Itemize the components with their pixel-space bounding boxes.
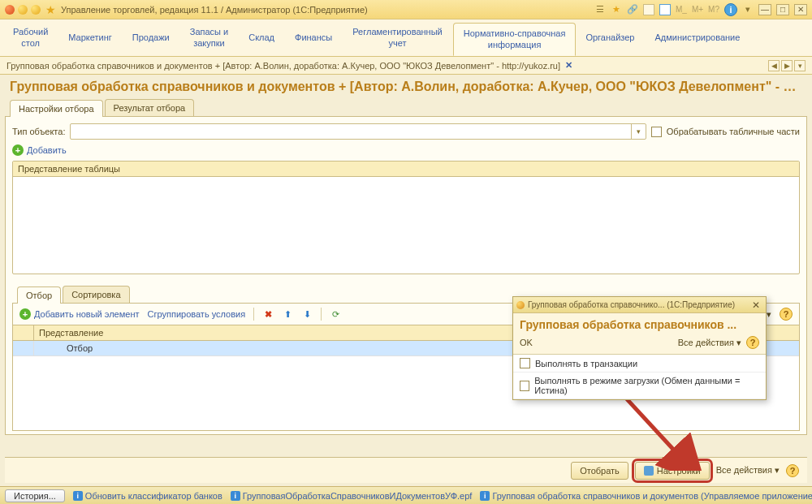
m-plus[interactable]: M+: [692, 5, 703, 14]
nav-reference[interactable]: Нормативно-справочная информация: [453, 23, 577, 56]
upper-tabstrip: Настройки отбора Результат отбора: [5, 99, 807, 117]
type-label: Тип объекта:: [12, 127, 65, 136]
add-button[interactable]: + Добавить: [12, 144, 67, 156]
nav-admin[interactable]: Администрирование: [645, 19, 750, 56]
nav-organizer[interactable]: Органайзер: [576, 19, 645, 56]
move-up-icon[interactable]: ⬆: [282, 308, 293, 320]
tables-list-header: Представление таблицы: [13, 162, 799, 177]
minimize-button[interactable]: —: [758, 4, 771, 15]
tool-icon-1[interactable]: ☰: [594, 4, 606, 15]
maximize-button[interactable]: □: [776, 4, 789, 15]
dropdown-icon[interactable]: ▾: [742, 4, 754, 15]
group-conditions-button[interactable]: Сгруппировать условия: [148, 309, 246, 319]
info-icon[interactable]: i: [724, 3, 737, 16]
favorite-icon[interactable]: ★: [45, 3, 56, 16]
window-titlebar: ★ Управление торговлей, редакция 11.1 / …: [0, 0, 812, 19]
process-tables-checkbox[interactable]: [651, 127, 662, 137]
tab-filter-settings[interactable]: Настройки отбора: [10, 100, 103, 117]
nav-warehouse[interactable]: Склад: [239, 19, 285, 56]
separator: [321, 308, 322, 321]
m-q[interactable]: M?: [708, 5, 719, 14]
nav-desktop[interactable]: Рабочий стол: [3, 19, 58, 56]
loadmode-label: Выполнять в режиме загрузки (Обмен данны…: [534, 376, 759, 395]
refresh-icon[interactable]: ⟳: [330, 308, 341, 320]
m-minus[interactable]: M_: [676, 5, 687, 14]
nav-back-icon[interactable]: [18, 5, 28, 15]
next-icon[interactable]: ▶: [781, 60, 793, 71]
settings-button[interactable]: Настройки: [635, 462, 710, 480]
settings-popup: Групповая обработка справочнико... (1С:П…: [512, 296, 767, 400]
status-item-3[interactable]: iГрупповая обработка справочников и доку…: [480, 491, 812, 501]
tab-sort[interactable]: Сортировка: [63, 286, 129, 303]
nav-finance[interactable]: Финансы: [285, 19, 343, 56]
plus-icon: +: [19, 308, 31, 320]
close-button[interactable]: ✕: [794, 4, 807, 15]
settings-icon: [644, 466, 654, 476]
popup-close-icon[interactable]: ✕: [749, 299, 762, 311]
info-icon: i: [73, 491, 83, 501]
action-bar: Отобрать Настройки Все действия ▾ ?: [5, 457, 807, 483]
popup-app-icon: [516, 301, 525, 309]
nav-stock[interactable]: Запасы и закупки: [180, 19, 239, 56]
tab-filter-result[interactable]: Результат отбора: [105, 99, 195, 116]
app-icon: [5, 5, 15, 15]
combo-arrow-icon[interactable]: ▾: [631, 124, 646, 139]
popup-ok-button[interactable]: OK: [520, 338, 533, 347]
transaction-checkbox[interactable]: [520, 358, 530, 368]
tables-list[interactable]: Представление таблицы: [12, 161, 800, 274]
all-actions-bottom[interactable]: Все действия ▾: [716, 465, 780, 476]
nav-sales[interactable]: Продажи: [123, 19, 180, 56]
status-bar: История... iОбновить классификатор банко…: [0, 486, 812, 504]
delete-icon[interactable]: ✖: [262, 308, 274, 320]
list-icon[interactable]: ▾: [794, 60, 806, 71]
info-icon: i: [480, 491, 490, 501]
nav-regacct[interactable]: Регламентированный учет: [343, 19, 453, 56]
move-down-icon[interactable]: ⬇: [301, 308, 313, 320]
help-icon[interactable]: ?: [786, 464, 799, 477]
calendar-icon[interactable]: [659, 4, 671, 15]
type-combo[interactable]: ▾: [70, 123, 646, 140]
prev-icon[interactable]: ◀: [768, 60, 780, 71]
tool-icon-link[interactable]: 🔗: [627, 4, 638, 15]
popup-heading: Групповая обработка справочников ...: [513, 313, 766, 334]
tab-selection[interactable]: Отбор: [17, 286, 61, 304]
select-button[interactable]: Отобрать: [571, 462, 628, 480]
breadcrumb: Групповая обработка справочников и докум…: [0, 57, 812, 75]
info-icon: i: [231, 491, 240, 501]
breadcrumb-close-icon[interactable]: ✕: [565, 60, 572, 71]
calc-icon[interactable]: [643, 4, 654, 15]
nav-marketing[interactable]: Маркетинг: [58, 19, 122, 56]
transaction-label: Выполнять в транзакции: [535, 359, 637, 368]
main-panel: Групповая обработка справочников и докум…: [5, 78, 807, 483]
popup-all-actions[interactable]: Все действия ▾: [678, 338, 741, 348]
popup-window-title: Групповая обработка справочнико... (1С:П…: [528, 300, 749, 309]
main-nav: Рабочий стол Маркетинг Продажи Запасы и …: [0, 19, 812, 57]
help-icon[interactable]: ?: [746, 336, 759, 349]
separator: [253, 308, 254, 321]
loadmode-checkbox[interactable]: [520, 381, 529, 391]
breadcrumb-text: Групповая обработка справочников и докум…: [6, 61, 560, 71]
window-title: Управление торговлей, редакция 11.1 / Ад…: [61, 5, 594, 15]
grid-col-icon: [13, 325, 34, 340]
status-item-2[interactable]: iГрупповаяОбработкаСправочниковИДокумент…: [231, 491, 473, 501]
settings-label: Настройки: [657, 466, 701, 476]
nav-fwd-icon[interactable]: [31, 5, 41, 15]
add-label: Добавить: [27, 145, 67, 155]
popup-titlebar[interactable]: Групповая обработка справочнико... (1С:П…: [513, 297, 766, 313]
tool-icon-star[interactable]: ★: [611, 4, 622, 15]
plus-icon: +: [12, 144, 24, 156]
add-element-label: Добавить новый элемент: [34, 309, 140, 319]
help-icon[interactable]: ?: [780, 308, 793, 321]
process-tables-label: Обрабатывать табличные части: [667, 127, 800, 136]
add-element-button[interactable]: + Добавить новый элемент: [19, 308, 140, 320]
status-item-1[interactable]: iОбновить классификатор банков: [73, 491, 222, 501]
history-button[interactable]: История...: [5, 489, 65, 502]
page-title: Групповая обработка справочников и докум…: [5, 78, 807, 99]
